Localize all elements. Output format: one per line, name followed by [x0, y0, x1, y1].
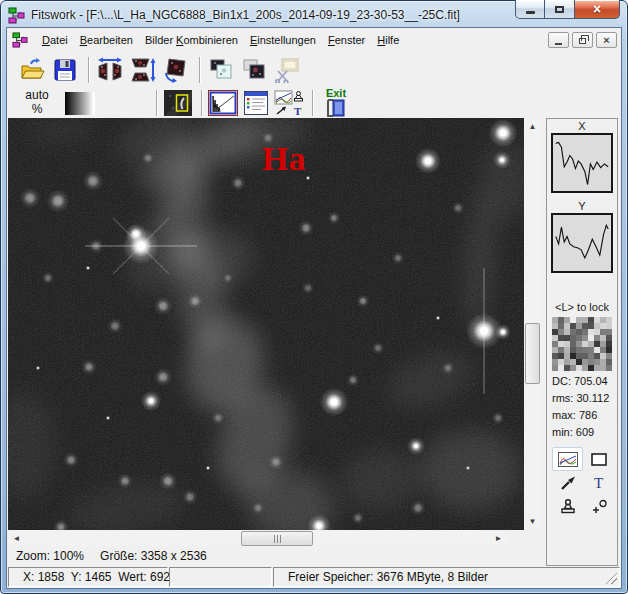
save-button[interactable]: [50, 55, 80, 85]
mirror-horizontal-icon: [97, 57, 123, 83]
mdi-window-controls: ×: [545, 32, 617, 48]
menu-item-einstellungen[interactable]: Einstellungen: [244, 30, 322, 50]
pixel-preview: [552, 317, 612, 371]
duplicate-image-button[interactable]: [239, 55, 269, 85]
copy-image-icon: [208, 57, 234, 83]
toolbar-separator: [88, 57, 90, 83]
empty-status-panel: [169, 567, 272, 587]
horizontal-scroll-thumb[interactable]: [241, 531, 313, 546]
copy-image-button[interactable]: [206, 55, 236, 85]
dark-frame-icon: [164, 90, 192, 116]
statusbar: X: 1858 Y: 1465 Wert: 692 Freier Speiche…: [7, 566, 621, 588]
exit-door-icon: [325, 99, 347, 117]
fits-header-icon: [243, 90, 269, 116]
app-icon: [8, 7, 25, 24]
text-tool-icon: T: [594, 476, 603, 491]
mdi-close-button[interactable]: ×: [596, 32, 617, 48]
free-memory: Freier Speicher: 3676 MByte, 8 Bilder: [288, 570, 488, 584]
histogram-button[interactable]: [208, 88, 238, 118]
memory-status-panel: Freier Speicher: 3676 MByte, 8 Bilder: [273, 567, 620, 587]
toolbar-separator: [156, 90, 158, 116]
auto-label: auto: [25, 88, 48, 102]
vertical-scrollbar[interactable]: ▲ ▼: [524, 118, 541, 530]
histogram-icon: [208, 90, 238, 116]
right-panel: X Y <L> to lock DC: 705.04 rms: 30.112 m…: [546, 118, 618, 566]
tool-stamp-button[interactable]: [552, 495, 583, 519]
stat-dc: DC: 705.04: [552, 375, 608, 387]
tool-rect-select-button[interactable]: [583, 447, 614, 471]
scroll-left-icon[interactable]: ◄: [8, 530, 25, 547]
minimize-button[interactable]: [515, 0, 545, 19]
stat-min: min: 609: [552, 426, 594, 438]
menu-item-bearbeiten[interactable]: Bearbeiten: [74, 30, 139, 50]
maximize-button[interactable]: [545, 0, 574, 19]
tool-add-circle-button[interactable]: [583, 495, 614, 519]
astro-image: Ha: [8, 118, 524, 530]
mdi-minimize-button[interactable]: [548, 32, 569, 48]
scissors-icon: [274, 57, 300, 83]
menubar: DateiBearbeitenBilder KombinierenEinstel…: [7, 28, 621, 52]
image-canvas[interactable]: Ha: [8, 118, 524, 530]
stat-max: max: 786: [552, 409, 597, 421]
close-button[interactable]: ×: [574, 0, 620, 19]
y-profile-graph: [551, 213, 613, 273]
fitswork-window: Fitswork - [F:\...\L_Ha_NGC6888_Bin1x1_2…: [0, 0, 628, 594]
add-circle-icon: [590, 499, 608, 515]
client-area: DateiBearbeitenBilder KombinierenEinstel…: [7, 28, 621, 588]
auto-percent-button[interactable]: auto %: [19, 89, 55, 117]
zoom-level: Zoom: 100%: [16, 549, 84, 563]
exit-button[interactable]: Exit: [319, 88, 353, 119]
fits-header-button[interactable]: [241, 88, 271, 118]
horizontal-scrollbar[interactable]: ◄ ►: [8, 530, 507, 547]
document-icon: [12, 32, 28, 48]
save-floppy-icon: [52, 57, 78, 83]
annotate-stamp-text-icon: T: [274, 90, 304, 116]
scrollbar-corner: [507, 530, 541, 547]
cursor-status-panel: X: 1858 Y: 1465 Wert: 692: [8, 567, 168, 587]
menu-item-datei[interactable]: Datei: [36, 30, 74, 50]
scroll-up-icon[interactable]: ▲: [524, 118, 541, 135]
dark-frame-button[interactable]: [163, 88, 193, 118]
menu-item-hilfe[interactable]: Hilfe: [371, 30, 405, 50]
duplicate-image-icon: [241, 57, 267, 83]
window-title: Fitswork - [F:\...\L_Ha_NGC6888_Bin1x1_2…: [31, 8, 460, 22]
tool-curves-button[interactable]: [552, 447, 583, 471]
toolbar-separator: [312, 90, 314, 116]
menu-item-bilder-kombinieren[interactable]: Bilder Kombinieren: [139, 30, 244, 50]
rotate-icon: [163, 57, 189, 83]
tool-grid: T: [552, 447, 614, 519]
exit-label: Exit: [319, 88, 353, 99]
x-graph-line: [556, 142, 608, 184]
x-profile-graph: [551, 133, 613, 193]
scroll-down-icon[interactable]: ▼: [524, 513, 541, 530]
gradient-levels-button[interactable]: [65, 92, 95, 115]
zoom-status-line: Zoom: 100% Größe: 3358 x 2536: [8, 546, 541, 566]
rotate-button[interactable]: [161, 55, 191, 85]
resize-grip[interactable]: [604, 571, 617, 584]
y-profile-label: Y: [547, 200, 617, 212]
tool-pipette-button[interactable]: [552, 471, 583, 495]
open-button[interactable]: [17, 55, 47, 85]
scroll-right-icon[interactable]: ►: [490, 530, 507, 547]
pipette-icon: [560, 475, 576, 491]
maximize-icon: [555, 6, 564, 13]
annotate-button[interactable]: T: [274, 88, 304, 118]
thumb-grip: [274, 535, 281, 543]
mirror-vertical-button[interactable]: [128, 55, 158, 85]
cut-button-disabled[interactable]: [272, 55, 302, 85]
mdi-restore-button[interactable]: [572, 32, 593, 48]
toolbar-row2: auto %: [7, 88, 621, 118]
vertical-scroll-thumb[interactable]: [525, 323, 540, 384]
tool-text-button[interactable]: T: [583, 471, 614, 495]
ha-annotation: Ha: [262, 140, 305, 177]
percent-label: %: [32, 102, 43, 116]
curves-icon: [558, 452, 578, 467]
mdi-restore-icon: [579, 38, 586, 44]
mirror-horizontal-button[interactable]: [95, 55, 125, 85]
mirror-vertical-icon: [130, 57, 156, 83]
toolbar-separator: [201, 90, 203, 116]
image-size: Größe: 3358 x 2536: [100, 549, 207, 563]
close-icon: ×: [593, 2, 601, 16]
menu-item-fenster[interactable]: Fenster: [322, 30, 371, 50]
mdi-close-icon: ×: [603, 35, 609, 46]
